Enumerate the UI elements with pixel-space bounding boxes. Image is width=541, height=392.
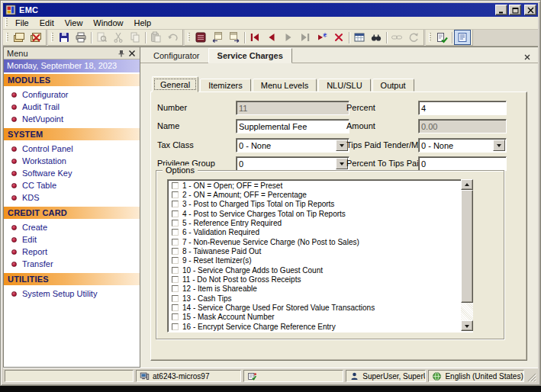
tab-service-charges[interactable]: Service Charges <box>208 48 292 63</box>
sidebar-item[interactable]: NetVupoint <box>4 113 140 125</box>
option-row[interactable]: 5 - Reference Entry Required <box>168 218 472 227</box>
form-view-button[interactable] <box>454 30 471 45</box>
print-button[interactable] <box>72 30 89 45</box>
refresh-button[interactable] <box>405 30 422 45</box>
tax-class-select[interactable]: 0 - None <box>236 138 349 153</box>
option-checkbox[interactable] <box>172 267 179 274</box>
scroll-up-button[interactable] <box>461 179 473 190</box>
tab-menu-levels[interactable]: Menu Levels <box>253 79 317 92</box>
next-record-button[interactable] <box>280 30 297 45</box>
option-checkbox[interactable] <box>172 276 179 283</box>
previous-form-button[interactable] <box>209 30 226 45</box>
distribute-button[interactable] <box>192 30 209 45</box>
open-module-button[interactable] <box>11 30 27 45</box>
sidebar-item[interactable]: CC Table <box>4 179 140 191</box>
option-row[interactable]: 4 - Post to Service Charges Total on Tip… <box>168 209 472 218</box>
save-button[interactable] <box>56 30 72 45</box>
amount-input[interactable] <box>418 119 507 133</box>
menu-item[interactable]: Help <box>128 18 156 28</box>
close-button[interactable] <box>524 5 536 15</box>
delete-record-button[interactable] <box>330 30 347 45</box>
sidebar-item[interactable]: Configurator <box>4 88 140 101</box>
close-module-button[interactable] <box>27 30 44 45</box>
option-row[interactable]: 14 - Service Charge Used For Stored Valu… <box>168 303 472 312</box>
option-row[interactable]: 2 - ON = Amount; OFF = Percentage <box>168 190 472 199</box>
print-preview-button[interactable] <box>93 30 110 45</box>
sidebar-item[interactable]: Transfer <box>4 258 140 270</box>
option-checkbox[interactable] <box>172 295 179 302</box>
option-row[interactable]: 6 - Validation Required <box>168 228 472 237</box>
menu-item[interactable]: Edit <box>34 18 60 28</box>
tab-output[interactable]: Output <box>372 79 414 92</box>
sidebar-item[interactable]: Edit <box>4 233 140 246</box>
undo-button[interactable] <box>164 30 181 45</box>
menu-item[interactable]: File <box>10 18 34 28</box>
option-checkbox[interactable] <box>172 182 179 189</box>
percent-input[interactable] <box>418 101 507 115</box>
scroll-thumb[interactable] <box>461 190 473 303</box>
option-checkbox[interactable] <box>172 323 179 330</box>
option-checkbox[interactable] <box>172 210 179 217</box>
resize-grip[interactable] <box>527 372 536 382</box>
option-checkbox[interactable] <box>172 285 179 292</box>
minimize-button[interactable] <box>495 5 507 15</box>
option-row[interactable]: 15 - Mask Account Number <box>168 313 472 322</box>
maximize-button[interactable] <box>509 5 521 15</box>
sidebar-item[interactable]: KDS <box>4 191 140 204</box>
tab-nlu-slu[interactable]: NLU/SLU <box>318 79 370 92</box>
sidebar-item[interactable]: Report <box>4 246 140 258</box>
option-checkbox[interactable] <box>172 304 179 311</box>
name-input[interactable] <box>236 119 349 133</box>
sidebar-item[interactable]: Software Key <box>4 167 140 179</box>
next-form-button[interactable] <box>226 30 243 45</box>
tab-configurator[interactable]: Configurator <box>145 49 208 63</box>
option-row[interactable]: 8 - Taiwanese Paid Out <box>168 246 472 255</box>
cut-button[interactable] <box>110 30 127 45</box>
option-row[interactable]: 7 - Non-Revenue Service Charge (No Post … <box>168 237 472 246</box>
tab-close-button[interactable] <box>521 51 533 63</box>
paste-button[interactable] <box>147 30 164 45</box>
option-checkbox[interactable] <box>172 257 179 264</box>
link-button[interactable] <box>388 30 405 45</box>
option-row[interactable]: 3 - Post to Charged Tips Total on Tip Re… <box>168 200 472 209</box>
validate-button[interactable] <box>433 30 450 45</box>
sidebar-item[interactable]: Control Panel <box>4 143 140 155</box>
option-checkbox[interactable] <box>172 229 179 236</box>
option-row[interactable]: 9 - Reset Itemizer(s) <box>168 256 472 265</box>
option-row[interactable]: 16 - Encrypt Service Charge Reference En… <box>168 322 472 331</box>
sidebar-item[interactable]: Workstation <box>4 155 140 167</box>
scroll-down-button[interactable] <box>461 320 473 331</box>
sidebar-close-button[interactable] <box>127 48 137 58</box>
number-input[interactable] <box>236 101 349 115</box>
sidebar-item[interactable]: Create <box>4 221 140 233</box>
options-scrollbar[interactable] <box>461 179 473 331</box>
option-checkbox[interactable] <box>172 220 179 227</box>
last-record-button[interactable] <box>297 30 314 45</box>
sidebar-item[interactable]: System Setup Utility <box>4 288 140 300</box>
menu-item[interactable]: Window <box>88 18 128 28</box>
table-view-button[interactable] <box>351 30 368 45</box>
options-list[interactable]: 1 - ON = Open; OFF = Preset 2 - ON = Amo… <box>167 179 473 333</box>
first-record-button[interactable] <box>246 30 263 45</box>
sidebar-item[interactable]: Audit Trail <box>4 101 140 113</box>
percent-to-tips-input[interactable] <box>418 156 507 171</box>
option-row[interactable]: 11 - Do Not Post to Gross Receipts <box>168 275 472 284</box>
dropdown-arrow-icon[interactable] <box>493 140 505 151</box>
insert-record-button[interactable] <box>314 30 330 45</box>
option-checkbox[interactable] <box>172 248 179 255</box>
option-checkbox[interactable] <box>172 313 179 320</box>
option-checkbox[interactable] <box>172 239 179 246</box>
option-checkbox[interactable] <box>172 191 179 198</box>
find-button[interactable] <box>368 30 385 45</box>
option-checkbox[interactable] <box>172 201 179 207</box>
pin-button[interactable] <box>116 48 127 58</box>
privilege-group-select[interactable]: 0 <box>236 156 349 171</box>
menu-item[interactable]: View <box>60 18 89 28</box>
option-row[interactable]: 10 - Service Charge Adds to Guest Count <box>168 265 472 275</box>
tab-itemizers[interactable]: Itemizers <box>200 79 251 92</box>
copy-button[interactable] <box>127 30 143 45</box>
option-row[interactable]: 12 - Item is Shareable <box>168 284 472 294</box>
option-row[interactable]: 13 - Cash Tips <box>168 294 472 303</box>
previous-record-button[interactable] <box>263 30 280 45</box>
option-row[interactable]: 1 - ON = Open; OFF = Preset <box>168 181 472 190</box>
